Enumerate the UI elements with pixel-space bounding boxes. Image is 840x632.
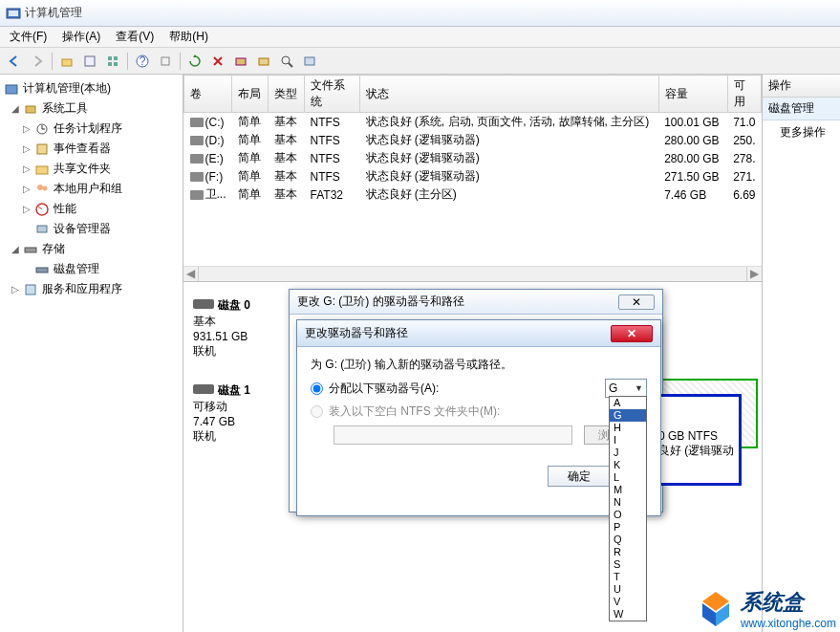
drive-letter-option[interactable]: S [610,558,646,571]
tool-btn-12[interactable] [299,51,320,72]
expand-icon[interactable]: ◢ [10,244,21,254]
tool-btn-9[interactable] [230,51,251,72]
drive-letter-option[interactable]: L [610,471,646,484]
up-button[interactable] [56,51,77,72]
dialog-change-letter: 更改驱动器号和路径 ✕ 为 G: (卫玠) 输入新的驱动器号或路径。 分配以下驱… [296,319,661,516]
menu-file[interactable]: 文件(F) [4,27,53,47]
back-button[interactable] [4,51,25,72]
expand-icon[interactable]: ▷ [21,143,32,154]
col-type[interactable]: 类型 [269,76,305,113]
tree-eventviewer[interactable]: ▷事件查看器 [2,139,181,159]
col-free[interactable]: 可用 [727,76,761,113]
tree-root[interactable]: 计算机管理(本地) [2,78,181,98]
expand-icon[interactable]: ◢ [10,103,21,114]
svg-rect-22 [36,166,48,174]
disk-icon [193,384,214,394]
forward-button[interactable] [27,51,48,72]
tree-scheduler[interactable]: ▷任务计划程序 [2,119,181,139]
drive-letter-option[interactable]: Q [610,534,646,546]
refresh-button[interactable] [184,51,205,72]
col-capacity[interactable]: 容量 [658,76,727,113]
action-more[interactable]: 更多操作 [763,120,840,144]
svg-rect-11 [236,58,246,65]
col-volume[interactable]: 卷 [184,76,232,113]
col-fs[interactable]: 文件系统 [305,76,360,113]
svg-line-14 [289,63,292,67]
tree-storage[interactable]: ◢存储 [2,239,181,259]
tree-devmgr[interactable]: 设备管理器 [2,219,181,239]
partition-partial[interactable]: 0 GB NTFS 良好 (逻辑驱动 [654,394,742,486]
tree-users[interactable]: ▷本地用户和组 [2,179,181,199]
drive-letter-option[interactable]: K [610,459,646,471]
tree-panel[interactable]: 计算机管理(本地) ◢系统工具 ▷任务计划程序 ▷事件查看器 ▷共享文件夹 ▷本… [0,75,183,632]
tree-services[interactable]: ▷服务和应用程序 [2,279,181,299]
titlebar: 计算机管理 [0,0,840,27]
drive-letter-option[interactable]: O [610,509,646,521]
close-button[interactable]: ✕ [611,325,653,342]
drive-letter-dropdown[interactable]: AGHIJKLMNOPQRSTUVW [609,396,647,621]
drive-letter-option[interactable]: W [610,608,646,621]
menu-help[interactable]: 帮助(H) [163,27,214,47]
h-scrollbar[interactable]: ◀ ▶ [183,266,762,281]
drive-letter-option[interactable]: G [610,409,646,422]
menu-action[interactable]: 操作(A) [56,27,106,47]
window-title: 计算机管理 [25,5,82,21]
svg-rect-5 [114,56,118,60]
col-layout[interactable]: 布局 [232,76,269,113]
table-row[interactable]: (F:)简单基本NTFS状态良好 (逻辑驱动器)271.50 GB271. [184,167,762,185]
expand-icon[interactable]: ▷ [21,123,32,134]
expand-icon[interactable]: ▷ [10,284,21,294]
action-section[interactable]: 磁盘管理 [763,98,840,120]
drive-letter-option[interactable]: P [610,521,646,534]
radio-assign-letter[interactable] [311,382,323,395]
svg-rect-21 [37,144,47,154]
table-row[interactable]: 卫...简单基本FAT32状态良好 (主分区)7.46 GB6.69 [184,185,762,204]
svg-text:?: ? [140,54,146,68]
drive-letter-option[interactable]: I [610,434,646,447]
radio-mount-folder [311,405,323,418]
svg-rect-29 [36,268,48,272]
help-button[interactable]: ? [132,51,153,72]
drive-letter-option[interactable]: J [610,447,646,459]
drive-letter-option[interactable]: A [610,397,646,409]
drive-letter-option[interactable]: N [610,496,646,509]
expand-icon[interactable]: ▷ [21,204,32,214]
menu-view[interactable]: 查看(V) [110,27,160,47]
drive-letter-option[interactable]: M [610,484,646,496]
view-button[interactable] [102,51,123,72]
app-icon [6,6,21,21]
action-panel: 操作 磁盘管理 更多操作 [762,75,840,632]
close-button[interactable]: ✕ [618,294,655,310]
col-status[interactable]: 状态 [360,76,659,113]
table-row[interactable]: (C:)简单基本NTFS状态良好 (系统, 启动, 页面文件, 活动, 故障转储… [184,113,762,132]
table-row[interactable]: (E:)简单基本NTFS状态良好 (逻辑驱动器)280.00 GB278. [184,149,762,167]
tool-btn-6[interactable] [155,51,176,72]
drive-letter-option[interactable]: H [610,422,646,434]
tree-diskmgmt[interactable]: 磁盘管理 [2,259,181,279]
toolbar: ? [0,48,840,75]
svg-rect-28 [25,248,36,252]
drive-letter-option[interactable]: R [610,546,646,558]
svg-rect-15 [305,57,314,65]
menubar: 文件(F) 操作(A) 查看(V) 帮助(H) [0,27,840,48]
watermark-logo-icon [697,590,735,628]
expand-icon[interactable]: ▷ [21,184,32,194]
props-button[interactable] [79,51,100,72]
drive-letter-option[interactable]: T [610,571,646,583]
tree-systools[interactable]: ◢系统工具 [2,98,181,119]
drive-letter-option[interactable]: V [610,596,646,608]
search-button[interactable] [276,51,297,72]
tool-btn-10[interactable] [253,51,274,72]
table-row[interactable]: (D:)简单基本NTFS状态良好 (逻辑驱动器)280.00 GB250. [184,131,762,149]
drive-letter-option[interactable]: U [610,583,646,596]
tree-shared[interactable]: ▷共享文件夹 [2,159,181,179]
delete-button[interactable] [207,51,228,72]
volume-table[interactable]: 卷 布局 类型 文件系统 状态 容量 可用 (C:)简单基本NTFS状态良好 (… [183,75,762,204]
dialog-prompt: 为 G: (卫玠) 输入新的驱动器号或路径。 [311,357,647,373]
ok-button[interactable]: 确定 [548,466,611,487]
expand-icon[interactable]: ▷ [21,163,32,174]
drive-letter-select[interactable]: G▼ [605,379,647,398]
svg-rect-17 [26,106,35,113]
tree-perf[interactable]: ▷性能 [2,199,181,219]
svg-rect-4 [108,56,112,60]
